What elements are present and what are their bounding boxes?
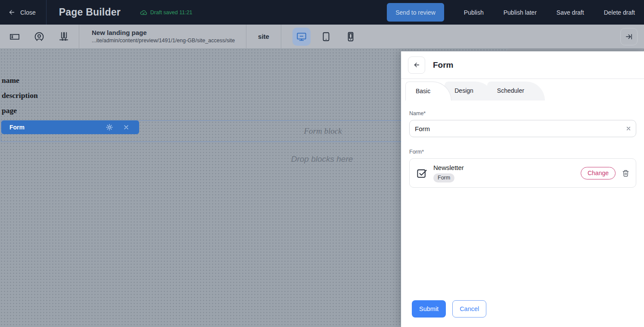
tablet-preview-button[interactable] bbox=[317, 28, 335, 46]
profile-icon[interactable] bbox=[34, 31, 45, 42]
submit-button[interactable]: Submit bbox=[412, 300, 446, 318]
name-input[interactable] bbox=[409, 120, 636, 137]
publish-later-button[interactable]: Publish later bbox=[504, 9, 537, 16]
canvas-field-page: page bbox=[2, 106, 17, 115]
tablet-icon bbox=[320, 31, 332, 42]
back-arrow-icon bbox=[8, 9, 16, 16]
close-label: Close bbox=[20, 9, 36, 16]
page-path: ...ite/admin/content/preview/1491/1/eng-… bbox=[92, 37, 246, 44]
save-draft-button[interactable]: Save draft bbox=[557, 9, 584, 16]
panel-title: Form bbox=[433, 60, 454, 70]
form-type-icon bbox=[416, 167, 428, 179]
tab-scheduler[interactable]: Scheduler bbox=[487, 82, 545, 101]
page-info: New landing page ...ite/admin/content/pr… bbox=[79, 29, 246, 44]
desktop-icon bbox=[296, 31, 307, 42]
autosave-text: Draft saved 11:21 bbox=[150, 9, 193, 16]
change-button[interactable]: Change bbox=[581, 167, 616, 179]
send-to-review-button[interactable]: Send to review bbox=[387, 3, 444, 22]
block-remove-icon[interactable] bbox=[123, 124, 130, 131]
content-type-badge: Form bbox=[433, 173, 454, 182]
name-field-wrap bbox=[409, 120, 636, 137]
name-field-label: Name* bbox=[409, 110, 636, 116]
block-settings-icon[interactable] bbox=[106, 123, 113, 131]
autosave-status: Draft saved 11:21 bbox=[140, 9, 193, 16]
page-title: New landing page bbox=[92, 29, 246, 37]
mobile-preview-button[interactable] bbox=[342, 28, 360, 46]
fields-icon[interactable] bbox=[9, 31, 20, 42]
arrow-to-right-icon bbox=[625, 32, 633, 41]
selected-form-card: Newsletter Form Change bbox=[409, 158, 636, 188]
trash-icon[interactable] bbox=[622, 170, 629, 177]
publish-button[interactable]: Publish bbox=[464, 9, 484, 16]
block-label: Form bbox=[1, 124, 25, 131]
cloud-check-icon bbox=[140, 9, 147, 16]
canvas-field-name: name bbox=[2, 76, 19, 85]
site-selector[interactable]: site bbox=[246, 33, 281, 40]
toolbar-icon-group bbox=[0, 31, 79, 42]
cancel-button[interactable]: Cancel bbox=[452, 300, 486, 318]
canvas-field-description: description bbox=[2, 91, 38, 100]
app-title: Page Builder bbox=[59, 6, 121, 18]
preview-toolbar: New landing page ...ite/admin/content/pr… bbox=[0, 25, 644, 48]
topbar: Close Page Builder Draft saved 11:21 Sen… bbox=[0, 0, 644, 25]
topbar-actions: Send to review Publish Publish later Sav… bbox=[387, 3, 644, 22]
mobile-icon bbox=[345, 31, 356, 42]
versions-icon[interactable] bbox=[58, 31, 69, 42]
panel-tabs: Basic Design Scheduler bbox=[401, 82, 644, 101]
back-arrow-icon bbox=[413, 61, 420, 69]
selected-form-name: Newsletter bbox=[433, 164, 464, 171]
form-field-label: Form* bbox=[409, 149, 636, 155]
panel-back-button[interactable] bbox=[408, 57, 425, 74]
block-config-panel: Form Basic Design Scheduler Name* Form* … bbox=[401, 51, 644, 327]
panel-body: Name* Form* Newsletter Form Change bbox=[401, 101, 644, 188]
block-action-bar: Form bbox=[1, 120, 139, 134]
selected-form-info: Newsletter Form bbox=[433, 164, 464, 182]
panel-footer: Submit Cancel bbox=[412, 300, 486, 318]
desktop-preview-button[interactable] bbox=[292, 28, 311, 46]
toolbar-divider bbox=[281, 25, 281, 48]
topbar-divider bbox=[46, 0, 47, 25]
tab-design[interactable]: Design bbox=[445, 82, 494, 101]
collapse-panel-button[interactable] bbox=[620, 28, 638, 45]
device-switcher bbox=[292, 28, 360, 46]
clear-input-icon[interactable] bbox=[625, 126, 632, 132]
close-button[interactable]: Close bbox=[0, 9, 36, 16]
delete-draft-button[interactable]: Delete draft bbox=[604, 9, 635, 16]
panel-header: Form bbox=[401, 51, 644, 79]
